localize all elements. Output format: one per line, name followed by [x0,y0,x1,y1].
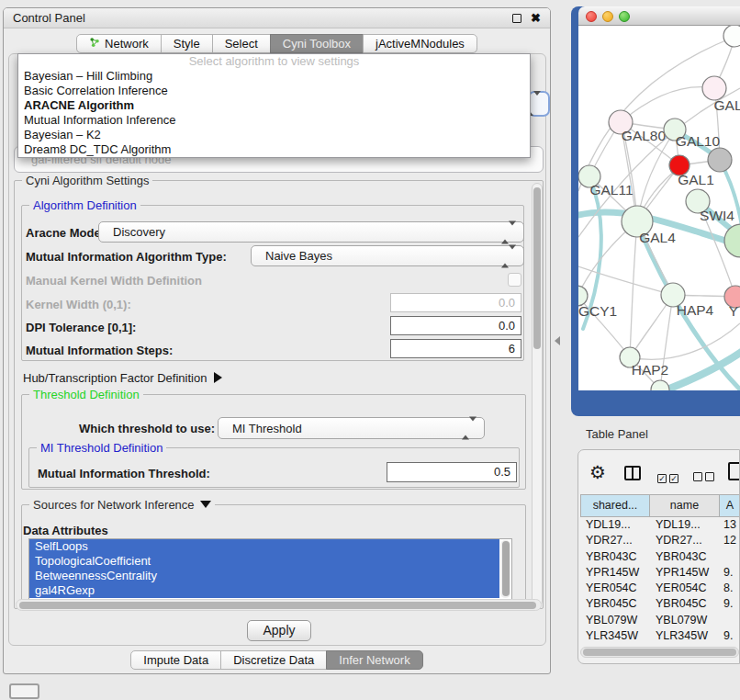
mi-type-combo[interactable]: Naive Bayes [251,245,524,266]
column-header-shared[interactable]: shared... [580,494,650,517]
table-row[interactable]: YDL19...YDL19...13 [580,517,740,533]
table-cell: YLR345W [586,629,638,642]
settings-horizontal-scrollbar[interactable] [16,599,542,611]
top-tab-bar: NetworkStyleSelectCyni ToolboxjActiveMNo… [4,34,550,53]
scrollbar-thumb[interactable] [502,541,510,596]
table-row[interactable]: YBL079WYBL079W [580,613,740,628]
node-label-hap4: HAP4 [677,302,714,318]
network-window-titlebar [578,6,740,26]
scrollbar-thumb[interactable] [533,187,541,349]
table-row[interactable]: YLR345WYLR345W9. [580,628,740,644]
select-all-columns-icon[interactable]: ✓✓ [657,469,681,485]
columns-icon[interactable] [624,466,641,480]
data-attributes-list[interactable]: SelfLoopsTopologicalCoefficientBetweenne… [28,538,512,600]
float-icon[interactable] [512,14,521,23]
group-title: Cyni Algorithm Settings [22,174,152,187]
table-row[interactable]: YER054CYER054C8. [580,581,740,596]
table-cell: YPR145W [586,566,639,579]
popup-item-basic-correlation-inference[interactable]: Basic Correlation Inference [18,84,530,98]
popup-item-mutual-information-inference[interactable]: Mutual Information Inference [18,113,530,128]
table-header-row: shared...nameA [580,494,740,517]
mi-threshold-field[interactable]: 0.5 [387,462,517,482]
mi-steps-label: Mutual Information Steps: [26,344,173,357]
control-panel-window: Control Panel ✖ NetworkStyleSelectCyni T… [3,7,551,674]
tab-style[interactable]: Style [161,34,213,53]
network-node[interactable] [724,224,740,257]
scrollbar-thumb[interactable] [583,649,736,656]
table-horizontal-scrollbar[interactable] [580,647,739,658]
sources-title-row[interactable]: Sources for Network Inference [29,498,215,512]
node-label-gal1: GAL1 [678,172,714,187]
popup-item-bayesian-k2[interactable]: Bayesian – K2 [18,128,530,142]
gear-icon[interactable]: ⚙ [589,461,606,483]
combo-value: MI Threshold [232,422,302,435]
mi-steps-field[interactable]: 6 [390,339,521,358]
network-node[interactable] [708,148,732,172]
split-pane-collapse-icon[interactable] [555,336,560,345]
aracne-mode-combo[interactable]: Discovery [98,221,524,243]
attribute-item-betweennesscentrality[interactable]: BetweennessCentrality [29,569,499,583]
minimize-traffic-light-icon[interactable] [602,11,613,22]
dpi-tolerance-field[interactable]: 0.0 [390,316,521,335]
checked-box-icon: ✓ [657,474,667,483]
settings-scrollbar[interactable] [532,183,543,606]
tab-select[interactable]: Select [212,34,271,53]
attribute-item-selfloops[interactable]: SelfLoops [29,539,499,554]
kernel-width-label: Kernel Width (0,1): [26,298,131,311]
network-node[interactable] [723,26,740,47]
table-row[interactable]: YBR045CYBR045C9. [580,596,740,612]
tab-impute-data[interactable]: Impute Data [130,650,221,670]
tab-cyni-toolbox[interactable]: Cyni Toolbox [270,34,364,53]
tab-jactivemnodules[interactable]: jActiveMNodules [363,34,477,53]
mi-threshold-label: Mutual Information Threshold: [38,467,210,480]
stepper-icon [462,422,477,435]
node-label-gal80: GAL80 [622,128,667,143]
algorithm-popup-list: Select algorithm to view settingsBayesia… [17,53,531,158]
inference-algorithm-combo-fragment[interactable] [528,91,550,117]
table-row[interactable]: YPR145WYPR145W9. [580,565,740,581]
table-cell: 9. [723,629,733,642]
close-icon[interactable]: ✖ [531,14,541,23]
table-cell: YBR043C [586,550,637,563]
popup-item-aracne-algorithm[interactable]: ARACNE Algorithm [18,98,530,113]
manual-kernel-checkbox[interactable] [508,273,521,287]
table-cell: YDR27... [656,534,702,547]
table-row[interactable]: YDR27...YDR27...12 [580,533,740,548]
table-cell: YBR045C [656,597,707,610]
attribute-item-topologicalcoefficient[interactable]: TopologicalCoefficient [29,554,499,569]
tab-network[interactable]: Network [76,34,162,53]
column-header-name[interactable]: name [650,494,720,517]
tab-label: Cyni Toolbox [283,35,351,52]
table-row[interactable]: YBR043CYBR043C [580,549,740,565]
column-header-a[interactable]: A [720,494,740,517]
table-cell: 12 [723,534,736,547]
hub-section-row[interactable]: Hub/Transcription Factor Definition [23,371,222,385]
network-canvas[interactable]: GALGAL80GAL10GAL1SWI4GAL11GAL4GCY1HAP4YH… [578,26,740,390]
table-cell: YBL079W [656,614,707,627]
bottom-tab-bar: Impute DataDiscretize DataInfer Network [4,650,550,670]
new-table-icon[interactable] [728,462,740,480]
table-cell: 9. [723,566,733,579]
table-rows: YDL19...YDL19...13YDR27...YDR27...12YBR0… [580,517,740,659]
deselect-all-columns-icon[interactable] [693,469,717,485]
group-title: Algorithm Definition [29,198,140,212]
tab-infer-network[interactable]: Infer Network [326,650,422,670]
zoom-traffic-light-icon[interactable] [619,11,630,22]
panel-title: Control Panel [13,11,85,25]
attribute-item-gal4rgexp[interactable]: gal4RGexp [29,583,499,598]
close-traffic-light-icon[interactable] [586,11,597,22]
aracne-mode-label: Aracne Mode: [26,226,105,240]
unchecked-box-icon [705,472,714,481]
popup-item-dream8-dc-tdc-algorithm[interactable]: Dream8 DC_TDC Algorithm [18,142,530,157]
which-threshold-combo[interactable]: MI Threshold [218,417,485,439]
list-scrollbar[interactable] [500,540,510,598]
scrollbar-thumb[interactable] [19,602,536,609]
tab-discretize-data[interactable]: Discretize Data [220,650,327,670]
collapse-arrow-icon[interactable] [200,501,211,508]
expand-arrow-icon[interactable] [214,372,222,383]
stepper-icon [501,249,516,263]
minimized-panel-icon[interactable] [9,683,39,699]
kernel-width-field[interactable]: 0.0 [390,293,521,312]
popup-item-bayesian-hill-climbing[interactable]: Bayesian – Hill Climbing [18,69,530,84]
apply-button[interactable]: Apply [247,620,311,641]
